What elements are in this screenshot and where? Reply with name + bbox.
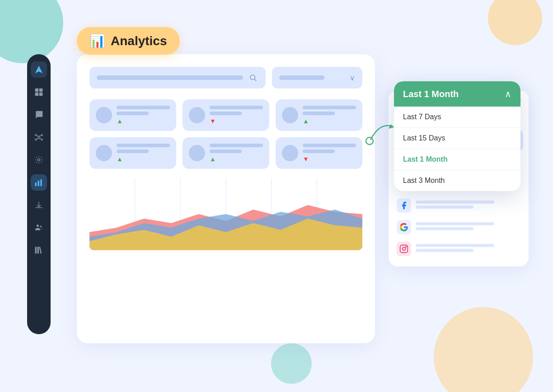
metric-line-6a bbox=[303, 144, 356, 147]
metrics-grid: ▲ ▼ ▲ ▲ bbox=[89, 99, 362, 169]
metric-line-5b bbox=[210, 149, 242, 153]
svg-rect-22 bbox=[37, 247, 39, 254]
analytics-badge-icon: 📊 bbox=[89, 33, 105, 48]
metric-line-3b bbox=[303, 112, 335, 115]
chart-area bbox=[89, 178, 362, 250]
metric-trend-2: ▼ bbox=[210, 117, 263, 125]
sidebar-icon-analytics[interactable] bbox=[31, 174, 47, 191]
sidebar-icon-dashboard[interactable] bbox=[31, 84, 47, 100]
metric-card-3[interactable]: ▲ bbox=[276, 99, 362, 131]
metric-info-5: ▲ bbox=[210, 144, 263, 163]
metric-trend-6: ▼ bbox=[303, 155, 356, 163]
metric-trend-1: ▲ bbox=[117, 117, 170, 125]
svg-line-13 bbox=[37, 139, 39, 140]
svg-rect-3 bbox=[39, 93, 43, 96]
metric-line-4a bbox=[117, 144, 170, 147]
social-line-ig2-2 bbox=[416, 249, 473, 252]
dropdown-header[interactable]: Last 1 Month ∧ bbox=[394, 81, 520, 107]
social-line-g-2 bbox=[416, 227, 473, 230]
dropdown-item-15days[interactable]: Last 15 Days bbox=[394, 128, 520, 149]
social-info-google bbox=[416, 222, 520, 232]
metric-card-6[interactable]: ▼ bbox=[276, 137, 362, 169]
svg-line-14 bbox=[39, 139, 41, 140]
svg-rect-21 bbox=[35, 247, 37, 254]
bg-circle-orange-tr bbox=[488, 0, 542, 45]
metric-avatar-5 bbox=[189, 145, 205, 161]
social-line-fb2-1 bbox=[416, 201, 494, 204]
metric-trend-3: ▲ bbox=[303, 117, 356, 125]
bg-circle-orange-br bbox=[434, 307, 533, 392]
analytics-badge: 📊 Analytics bbox=[77, 27, 180, 55]
social-info-facebook2 bbox=[416, 201, 520, 210]
sidebar-icon-settings[interactable] bbox=[31, 152, 47, 168]
svg-point-15 bbox=[38, 159, 40, 161]
metric-info-2: ▼ bbox=[210, 106, 263, 125]
sidebar-icon-navigation[interactable] bbox=[31, 61, 47, 78]
metric-line-4b bbox=[117, 149, 149, 153]
social-info-instagram2 bbox=[416, 244, 520, 254]
svg-rect-0 bbox=[35, 89, 39, 92]
svg-point-35 bbox=[403, 247, 406, 251]
sidebar-icon-download[interactable] bbox=[31, 197, 47, 213]
bg-circle-teal-tl bbox=[0, 0, 63, 63]
svg-point-23 bbox=[250, 75, 255, 80]
metric-card-5[interactable]: ▲ bbox=[183, 137, 269, 169]
svg-point-37 bbox=[366, 137, 373, 145]
metric-info-4: ▲ bbox=[117, 144, 170, 163]
dropdown-item-7days[interactable]: Last 7 Days bbox=[394, 107, 520, 128]
dropdown-header-text: Last 1 Month bbox=[403, 89, 459, 99]
metric-avatar-2 bbox=[189, 107, 205, 123]
metric-avatar-4 bbox=[96, 145, 112, 161]
dropdown-menu: Last 1 Month ∧ Last 7 Days Last 15 Days … bbox=[394, 81, 520, 191]
social-line-fb2-2 bbox=[416, 205, 473, 209]
arrow-decoration bbox=[361, 113, 398, 149]
svg-rect-18 bbox=[40, 179, 42, 186]
metric-card-2[interactable]: ▼ bbox=[183, 99, 269, 131]
sidebar-icon-network[interactable] bbox=[31, 129, 47, 145]
metric-line-1a bbox=[117, 106, 170, 109]
social-line-g-1 bbox=[416, 222, 494, 225]
search-bar[interactable] bbox=[89, 67, 266, 89]
metric-avatar-3 bbox=[282, 107, 298, 123]
svg-line-11 bbox=[37, 135, 39, 136]
social-item-facebook2[interactable] bbox=[394, 195, 523, 216]
metric-line-6b bbox=[303, 149, 335, 153]
filter-bar[interactable]: ∨ bbox=[272, 67, 362, 89]
metric-card-1[interactable]: ▲ bbox=[89, 99, 176, 131]
svg-point-20 bbox=[40, 226, 42, 227]
metric-info-6: ▼ bbox=[303, 144, 356, 163]
dropdown-chevron-icon: ∧ bbox=[505, 89, 511, 99]
metric-trend-4: ▲ bbox=[117, 155, 170, 163]
svg-rect-17 bbox=[38, 181, 39, 187]
analytics-badge-text: Analytics bbox=[111, 34, 167, 48]
facebook2-icon bbox=[397, 198, 411, 213]
filter-placeholder-line bbox=[279, 75, 324, 80]
svg-line-12 bbox=[39, 135, 41, 136]
dropdown-item-1month[interactable]: Last 1 Month bbox=[394, 149, 520, 170]
metric-avatar-6 bbox=[282, 145, 298, 161]
bg-circle-teal-bm bbox=[271, 343, 312, 384]
social-item-instagram2[interactable] bbox=[394, 238, 523, 259]
top-bar: ∨ bbox=[89, 67, 362, 89]
sidebar-icon-messages[interactable] bbox=[31, 107, 47, 123]
svg-point-36 bbox=[406, 247, 407, 247]
google-icon bbox=[397, 220, 411, 234]
search-icon bbox=[248, 72, 258, 83]
filter-chevron-icon: ∨ bbox=[350, 74, 355, 82]
social-item-google[interactable] bbox=[394, 217, 523, 238]
dropdown-item-3months[interactable]: Last 3 Month bbox=[394, 170, 520, 191]
metric-line-3a bbox=[303, 106, 356, 109]
sidebar-icon-library[interactable] bbox=[31, 242, 47, 258]
sidebar-icon-team[interactable] bbox=[31, 219, 47, 236]
metric-line-2a bbox=[210, 106, 263, 109]
metric-avatar-1 bbox=[96, 107, 112, 123]
svg-point-19 bbox=[37, 224, 39, 227]
svg-line-24 bbox=[254, 79, 256, 81]
metric-info-1: ▲ bbox=[117, 106, 170, 125]
svg-rect-34 bbox=[400, 245, 408, 253]
svg-point-6 bbox=[38, 136, 40, 139]
sidebar bbox=[27, 54, 51, 334]
metric-card-4[interactable]: ▲ bbox=[89, 137, 176, 169]
svg-rect-2 bbox=[35, 93, 39, 96]
metric-line-2b bbox=[210, 112, 242, 115]
